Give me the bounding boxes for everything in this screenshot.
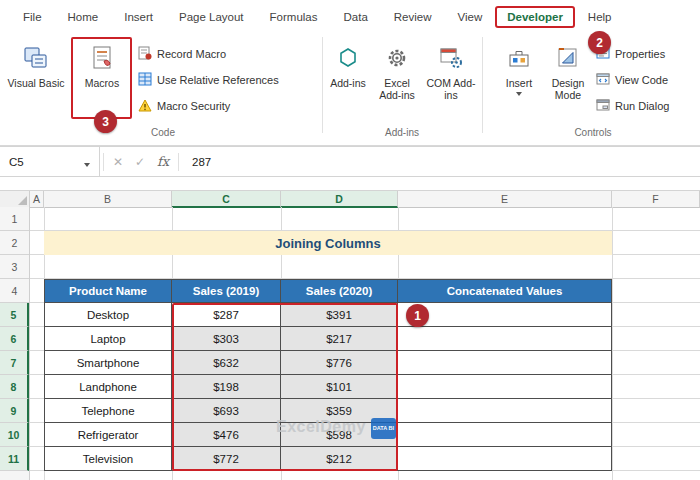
row-header-2[interactable]: 2 <box>0 231 29 255</box>
column-header-e[interactable]: E <box>398 191 612 208</box>
tab-page-layout[interactable]: Page Layout <box>166 7 257 27</box>
column-header-a[interactable]: A <box>30 191 44 208</box>
tab-insert[interactable]: Insert <box>111 7 166 27</box>
header-product-name[interactable]: Product Name <box>44 279 172 303</box>
column-header-d[interactable]: D <box>281 191 398 208</box>
insert-function-icon[interactable]: fx <box>151 154 175 169</box>
macro-security-button[interactable]: Macro Security <box>138 95 230 117</box>
tab-file[interactable]: File <box>10 7 55 27</box>
chevron-down-icon <box>516 92 522 96</box>
cell-b6[interactable]: Laptop <box>44 327 172 351</box>
row-header-5[interactable]: 5 <box>0 303 29 327</box>
addins-button[interactable]: Add-ins <box>328 39 368 121</box>
gridline <box>612 207 613 480</box>
header-concatenated-values[interactable]: Concatenated Values <box>398 279 612 303</box>
tab-data[interactable]: Data <box>331 7 381 27</box>
watermark-text: ExcelDemy <box>276 418 366 436</box>
ribbon-tab-bar: File Home Insert Page Layout Formulas Da… <box>0 0 700 33</box>
tab-help[interactable]: Help <box>575 7 625 27</box>
cell-e9[interactable] <box>398 399 612 423</box>
select-all-corner[interactable] <box>0 191 30 208</box>
tab-review[interactable]: Review <box>381 7 445 27</box>
cell-c11[interactable]: $772 <box>172 447 281 471</box>
cell-c6[interactable]: $303 <box>172 327 281 351</box>
properties-label: Properties <box>615 48 665 60</box>
view-code-button[interactable]: View Code <box>596 69 668 91</box>
cell-b7[interactable]: Smartphone <box>44 351 172 375</box>
gear-icon <box>385 43 409 73</box>
header-sales-2019[interactable]: Sales (2019) <box>172 279 281 303</box>
sheet-grid[interactable]: Joining Columns Product Name Sales (2019… <box>30 207 700 480</box>
group-label-code: Code <box>6 127 320 138</box>
table-row: Desktop $287 $391 <box>44 303 612 327</box>
cell-d11[interactable]: $212 <box>281 447 398 471</box>
tab-developer[interactable]: Developer <box>495 6 575 28</box>
cell-e10[interactable] <box>398 423 612 447</box>
macros-label: Macros <box>85 77 119 89</box>
design-mode-label: Design Mode <box>544 77 592 102</box>
record-macro-button[interactable]: Record Macro <box>138 43 226 65</box>
row-header-10[interactable]: 10 <box>0 423 29 447</box>
tab-view[interactable]: View <box>445 7 496 27</box>
confirm-entry-icon[interactable]: ✓ <box>129 155 151 169</box>
use-relative-references-button[interactable]: Use Relative References <box>138 69 279 91</box>
design-mode-button[interactable]: Design Mode <box>544 39 592 121</box>
annotation-step-1: 1 <box>406 304 429 327</box>
run-dialog-icon <box>596 98 610 114</box>
column-header-b[interactable]: B <box>44 191 172 208</box>
macros-button[interactable]: Macros <box>74 39 130 121</box>
cell-c5[interactable]: $287 <box>172 303 281 327</box>
cell-b11[interactable]: Television <box>44 447 172 471</box>
sheet-title-cell[interactable]: Joining Columns <box>44 231 612 255</box>
cell-b10[interactable]: Refrigerator <box>44 423 172 447</box>
column-header-c[interactable]: C <box>172 191 281 208</box>
macros-icon <box>89 43 115 73</box>
com-addins-label: COM Add-ins <box>426 77 476 102</box>
excel-addins-button[interactable]: Excel Add-ins <box>372 39 422 121</box>
cell-e11[interactable] <box>398 447 612 471</box>
row-header-8[interactable]: 8 <box>0 375 29 399</box>
visual-basic-button[interactable]: Visual Basic <box>6 39 66 121</box>
cell-d5[interactable]: $391 <box>281 303 398 327</box>
cell-c7[interactable]: $632 <box>172 351 281 375</box>
cell-c8[interactable]: $198 <box>172 375 281 399</box>
visual-basic-icon <box>23 43 49 73</box>
row-header-3[interactable]: 3 <box>0 255 29 279</box>
column-header-f[interactable]: F <box>612 191 700 208</box>
cell-e7[interactable] <box>398 351 612 375</box>
cell-c10[interactable]: $476 <box>172 423 281 447</box>
row-header-1[interactable]: 1 <box>0 207 29 231</box>
table-row: Smartphone $632 $776 <box>44 351 612 375</box>
cancel-entry-icon[interactable]: ✕ <box>107 155 129 169</box>
tab-home[interactable]: Home <box>55 7 112 27</box>
name-box-dropdown-icon[interactable] <box>84 163 90 167</box>
view-code-label: View Code <box>615 74 668 86</box>
cell-e8[interactable] <box>398 375 612 399</box>
header-sales-2020[interactable]: Sales (2020) <box>281 279 398 303</box>
cell-b9[interactable]: Telephone <box>44 399 172 423</box>
group-label-controls: Controls <box>486 127 700 138</box>
cell-d8[interactable]: $101 <box>281 375 398 399</box>
row-header-6[interactable]: 6 <box>0 327 29 351</box>
insert-control-button[interactable]: Insert <box>498 39 540 121</box>
cell-c9[interactable]: $693 <box>172 399 281 423</box>
cell-b5[interactable]: Desktop <box>44 303 172 327</box>
row-header-7[interactable]: 7 <box>0 351 29 375</box>
cell-d7[interactable]: $776 <box>281 351 398 375</box>
row-header-9[interactable]: 9 <box>0 399 29 423</box>
tab-formulas[interactable]: Formulas <box>257 7 331 27</box>
name-box[interactable]: C5 <box>0 147 100 176</box>
cell-d6[interactable]: $217 <box>281 327 398 351</box>
com-addins-button[interactable]: COM Add-ins <box>426 39 476 121</box>
cell-e5[interactable] <box>398 303 612 327</box>
run-dialog-button[interactable]: Run Dialog <box>596 95 669 117</box>
formula-input[interactable]: 287 <box>182 156 700 168</box>
data-table: Product Name Sales (2019) Sales (2020) C… <box>44 279 612 471</box>
row-header-11[interactable]: 11 <box>0 447 29 471</box>
row-header-4[interactable]: 4 <box>0 279 29 303</box>
watermark-logo: DATA BI <box>371 418 396 439</box>
record-macro-icon <box>138 46 152 62</box>
cell-b8[interactable]: Landphone <box>44 375 172 399</box>
addins-icon <box>336 43 360 73</box>
cell-e6[interactable] <box>398 327 612 351</box>
